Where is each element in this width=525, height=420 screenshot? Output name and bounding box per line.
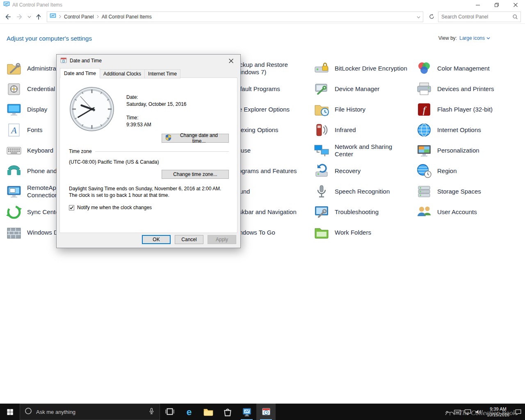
taskbar-clock[interactable]: 9:39 AM 10/15/2016 — [483, 406, 513, 418]
uac-shield-icon — [166, 135, 171, 142]
date-time-dialog: Date and Time Date and TimeAdditional Cl… — [56, 54, 241, 248]
start-button[interactable] — [0, 404, 20, 420]
control-panel-item[interactable]: Internet Options — [416, 120, 518, 140]
dialog-buttons: OK Cancel Apply — [142, 235, 236, 244]
cortana-search[interactable] — [20, 404, 160, 420]
address-location-icon — [50, 13, 56, 20]
change-timezone-button[interactable]: Change time zone... — [162, 170, 229, 179]
microphone-icon[interactable] — [148, 407, 155, 417]
dialog-titlebar: Date and Time — [57, 55, 240, 67]
speech-icon — [313, 183, 330, 200]
breadcrumb-control-panel[interactable]: Control Panel — [64, 14, 94, 20]
control-panel-item-label: Display — [27, 106, 47, 113]
fonts-icon: A — [6, 122, 22, 138]
notify-clock-change-checkbox[interactable]: Notify me when the clock changes — [69, 205, 152, 210]
control-panel-item[interactable]: fFlash Player (32-bit) — [416, 99, 518, 120]
search-icon[interactable] — [510, 14, 520, 20]
minimize-button[interactable] — [468, 0, 487, 10]
phone-icon — [6, 163, 22, 179]
checkbox-checked-icon[interactable] — [69, 205, 74, 210]
close-icon — [514, 3, 518, 7]
control-panel-item-label: Flash Player (32-bit) — [437, 106, 493, 113]
control-panel-item[interactable]: Recovery — [313, 161, 416, 181]
restore-button[interactable] — [487, 0, 506, 10]
tray-expand-icon[interactable] — [442, 404, 452, 420]
address-bar[interactable]: Control Panel All Control Panel Items — [47, 11, 423, 22]
control-panel-item[interactable]: Color Management — [416, 58, 518, 79]
taskbar-app-store[interactable] — [218, 404, 237, 420]
control-panel-item-label: Fonts — [27, 126, 43, 134]
control-panel-item[interactable]: User Accounts — [416, 202, 518, 222]
search-input[interactable] — [438, 14, 510, 20]
cortana-search-input[interactable] — [36, 409, 144, 415]
tab-internet-time[interactable]: Internet Time — [144, 69, 180, 78]
control-panel-item[interactable]: Infrared — [313, 120, 416, 140]
up-arrow-icon — [35, 13, 42, 21]
taskbar-app-file-explorer[interactable] — [199, 404, 218, 420]
taskbar-app-control-panel[interactable] — [237, 404, 256, 420]
up-button[interactable] — [33, 11, 44, 22]
recent-locations-dropdown[interactable] — [26, 11, 32, 22]
apply-button[interactable]: Apply — [208, 235, 236, 244]
control-panel-item[interactable]: Region — [416, 161, 518, 181]
view-by-dropdown[interactable]: Large icons — [459, 35, 490, 41]
breadcrumb-chevron-icon — [59, 15, 61, 18]
page-title: Adjust your computer's settings — [7, 35, 92, 42]
svg-text:A: A — [10, 125, 17, 135]
refresh-button[interactable] — [426, 11, 437, 22]
date-time-tab-page: Date: Saturday, October 15, 2016 Time: 9… — [59, 78, 237, 233]
change-timezone-label: Change time zone... — [173, 171, 217, 177]
taskbar-app-task-view[interactable] — [160, 404, 179, 420]
desktop-screen: All Control Panel Items Control Panel Al… — [0, 0, 525, 420]
bitlocker-icon — [313, 60, 330, 77]
back-button[interactable] — [2, 11, 13, 22]
remoteapp-icon — [6, 183, 22, 200]
network-status-icon[interactable] — [463, 404, 473, 420]
time-label: Time: — [126, 115, 187, 121]
cancel-button[interactable]: Cancel — [175, 235, 203, 244]
control-panel-item[interactable]: Personalization — [416, 140, 518, 161]
control-panel-item-label: Region — [437, 167, 457, 175]
windows-logo-icon — [7, 409, 14, 415]
storage-spaces-icon — [416, 183, 432, 200]
control-panel-item[interactable]: Speech Recognition — [313, 181, 416, 202]
dialog-close-button[interactable] — [222, 55, 240, 67]
tab-additional-clocks[interactable]: Additional Clocks — [100, 69, 145, 78]
forward-button[interactable] — [14, 11, 25, 22]
address-history-dropdown[interactable] — [417, 14, 420, 20]
admin-tools-icon — [6, 60, 22, 77]
control-panel-item-label: Recovery — [335, 167, 361, 175]
volume-icon[interactable] — [473, 404, 483, 420]
work-folders-icon — [313, 224, 330, 241]
control-panel-app-icon — [242, 406, 252, 417]
control-panel-item[interactable]: Device Manager — [313, 79, 416, 99]
control-panel-item-label: Keyboard — [27, 147, 53, 154]
control-panel-item[interactable]: File History — [313, 99, 416, 120]
change-date-time-button[interactable]: Change date and time... — [162, 134, 229, 143]
timezone-group-label: Time zone — [69, 148, 92, 154]
control-panel-item-label: Programs and Features — [232, 167, 297, 175]
control-panel-item[interactable]: Devices and Printers — [416, 79, 518, 99]
dialog-title: Date and Time — [70, 58, 102, 64]
control-panel-item[interactable]: BitLocker Drive Encryption — [313, 58, 416, 79]
taskbar-app-date-and-time[interactable] — [256, 404, 276, 420]
search-box — [438, 11, 521, 22]
close-button[interactable] — [506, 0, 525, 10]
control-panel-item[interactable]: Work Folders — [313, 222, 416, 243]
personalization-icon — [416, 142, 432, 159]
taskbar-app-edge[interactable]: e — [179, 404, 199, 420]
breadcrumb-all-control-panel-items[interactable]: All Control Panel Items — [102, 14, 152, 20]
timezone-value: (UTC-08:00) Pacific Time (US & Canada) — [69, 159, 159, 165]
control-panel-item-label: Storage Spaces — [437, 188, 481, 195]
control-panel-item[interactable]: Troubleshooting — [313, 202, 416, 222]
control-panel-item[interactable]: Storage Spaces — [416, 181, 518, 202]
control-panel-item-label: Devices and Printers — [437, 85, 494, 93]
cortana-icon — [24, 407, 32, 417]
tab-date-and-time[interactable]: Date and Time — [60, 68, 100, 78]
control-panel-item[interactable]: Network and Sharing Center — [313, 140, 416, 161]
ok-button[interactable]: OK — [142, 235, 171, 244]
refresh-icon — [429, 14, 435, 20]
action-center-icon[interactable] — [513, 404, 523, 420]
control-panel-item-label: Speech Recognition — [335, 188, 390, 195]
touch-keyboard-icon[interactable] — [452, 404, 463, 420]
